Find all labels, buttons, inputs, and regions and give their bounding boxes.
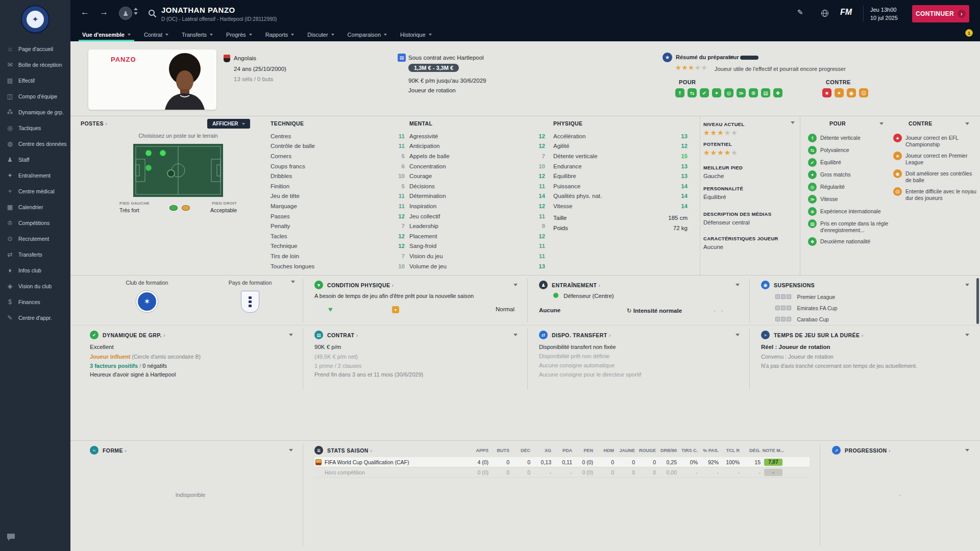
pro-icon[interactable]: ✦ [712, 88, 721, 97]
search-icon[interactable] [148, 9, 157, 20]
transfer-value[interactable]: 1,3M € - 3,3M € [408, 64, 459, 72]
stats-column-header[interactable]: PDA [551, 448, 572, 453]
player-cycle-arrows[interactable] [134, 8, 138, 15]
continue-button[interactable]: CONTINUER › [912, 5, 969, 22]
sidebar-item[interactable]: ◎ Tactiques [0, 120, 70, 136]
attribute-row[interactable]: Vitesse 14 [553, 201, 688, 211]
pro-icon[interactable]: ❖ [773, 88, 782, 97]
attribute-row[interactable]: Agressivité 12 [409, 131, 545, 141]
stats-column-header[interactable]: JAUNE [614, 448, 635, 453]
club-crest-icon[interactable]: ✦ [21, 5, 50, 34]
playing-time-title[interactable]: TEMPS DE JEU SUR LA DURÉE [774, 332, 864, 338]
pour-item[interactable]: ⇑ Détente verticale [808, 134, 891, 142]
attribute-row[interactable]: Qualités phys. nat. 14 [553, 191, 688, 202]
sidebar-item[interactable]: ✉ Boîte de réception [0, 57, 70, 72]
pour-item[interactable]: ▤ Pris en compte dans la règle d'enregis… [808, 219, 891, 234]
attribute-row[interactable]: Centres 11 [271, 131, 405, 141]
collapse-chevron-icon[interactable] [736, 284, 740, 286]
transfer-title[interactable]: DISPO. TRANSFERT [552, 332, 611, 338]
stats-column-header[interactable]: HDM [593, 448, 614, 453]
dynamics-factors-row[interactable]: 3 facteurs positifs / 0 négatifs [90, 363, 167, 369]
stats-column-header[interactable]: DÉG. [740, 448, 761, 453]
position-ring[interactable] [167, 170, 175, 177]
condition-title[interactable]: CONDITION PHYSIQUE [327, 282, 394, 288]
positions-title[interactable]: POSTES [81, 120, 107, 127]
globe-icon[interactable] [821, 9, 829, 20]
suspension-row[interactable]: Carabao Cup [775, 314, 837, 323]
nationality[interactable]: Angolais [234, 55, 256, 61]
attribute-row[interactable]: Accélération 13 [553, 131, 688, 141]
personality-value[interactable]: Équilibré [703, 194, 726, 200]
infinity-icon[interactable]: ∞ [729, 53, 734, 61]
england-badge-icon[interactable] [241, 291, 259, 313]
collapse-chevron-icon[interactable] [965, 284, 969, 286]
attribute-row[interactable]: Concentration 10 [409, 161, 545, 171]
collapse-chevron-icon[interactable] [965, 334, 969, 336]
attribute-row[interactable]: Endurance 13 [553, 161, 688, 171]
stats-row[interactable]: FIFA World Cup Qualification (CAF) 4 (0)… [314, 457, 810, 467]
con-icon[interactable]: ◉ [847, 88, 856, 97]
collapse-chevron-icon[interactable] [736, 334, 740, 336]
heart-icon[interactable]: ♥ [328, 305, 332, 313]
attribute-row[interactable]: Agilité 12 [553, 141, 688, 152]
training-intensity-row[interactable]: ↻ Intensité normale [627, 307, 682, 314]
contre-item[interactable]: ★ Joueur correct en Premier League [893, 152, 976, 166]
sidebar-item[interactable]: ♟ Staff [0, 152, 70, 167]
chat-bubble-icon[interactable] [6, 533, 16, 544]
collapse-chevron-icon[interactable] [965, 122, 969, 125]
contre-item[interactable]: ★ Joueur correct en EFL Championship [893, 134, 976, 148]
con-icon[interactable]: ✦ [835, 88, 844, 97]
attribute-row[interactable]: Vision du jeu 11 [409, 251, 545, 261]
attribute-row[interactable]: Volume de jeu 13 [409, 261, 545, 271]
form-title[interactable]: FORME [103, 447, 127, 454]
attribute-row[interactable]: Puissance 14 [553, 181, 688, 191]
stats-column-header[interactable]: DÉC [509, 448, 530, 453]
attribute-row[interactable]: Finition 5 [271, 181, 405, 191]
attribute-row[interactable]: Dribbles 10 [271, 171, 405, 181]
suspension-row[interactable]: Emirates FA Cup [775, 303, 837, 312]
attribute-row[interactable]: Détente verticale 15 [553, 151, 688, 161]
sidebar-item[interactable]: ⇄ Transferts [0, 246, 70, 262]
stats-column-header[interactable]: DRB/90 [656, 448, 677, 453]
sidebar-item[interactable]: ⁂ Dynamique de grp. [0, 104, 70, 120]
collapse-chevron-icon[interactable] [965, 449, 969, 452]
attribute-row[interactable]: Jeu de tête 11 [271, 191, 405, 202]
attribute-row[interactable]: Anticipation 12 [409, 141, 545, 152]
attribute-row[interactable]: Appels de balle 7 [409, 151, 545, 161]
forward-icon[interactable]: → [100, 7, 108, 17]
position-pitch[interactable] [133, 144, 223, 197]
con-icon[interactable]: ★ [822, 88, 831, 97]
pro-icon[interactable]: ⊕ [749, 88, 758, 97]
stats-column-header[interactable]: NOTE M... [761, 448, 786, 453]
attribute-row[interactable]: Détermination 14 [409, 191, 545, 202]
position-dot[interactable] [160, 150, 166, 156]
report-toggle[interactable] [740, 56, 758, 60]
pro-icon[interactable]: ⇑ [675, 88, 684, 97]
display-dropdown[interactable]: AFFICHER [207, 119, 250, 129]
stats-column-header[interactable]: BUTS [488, 448, 509, 453]
back-icon[interactable]: ← [81, 7, 89, 17]
stats-row[interactable]: Hors compétition 0 (0)00--0 (0)0000,00--… [314, 467, 810, 478]
attribute-row[interactable]: Équilibre 13 [553, 171, 688, 181]
sidebar-item[interactable]: $ Finances [0, 294, 70, 310]
attribute-row[interactable]: Leadership 9 [409, 221, 545, 231]
attribute-row[interactable]: Marquage 11 [271, 201, 405, 211]
attribute-row[interactable]: Tirs de loin 7 [271, 251, 405, 261]
attribute-row[interactable]: Technique 12 [271, 241, 405, 252]
notification-badge[interactable]: 1 [965, 29, 973, 37]
attribute-row[interactable]: Jeu collectif 11 [409, 211, 545, 221]
pour-item[interactable]: ⊕ Expérience internationale [808, 207, 891, 216]
stats-column-header[interactable]: PEN [572, 448, 593, 453]
nav-tab[interactable]: Comparaison [341, 28, 394, 41]
contre-item[interactable]: ◉ Doit améliorer ses contrôles de balle [893, 169, 976, 184]
pro-icon[interactable]: ◎ [724, 88, 733, 97]
attribute-row[interactable]: Décisions 11 [409, 181, 545, 191]
position-dot[interactable] [145, 150, 152, 156]
collapse-chevron-icon[interactable] [513, 284, 518, 286]
sidebar-item[interactable]: ⌂ Page d'accueil [0, 41, 70, 57]
contract-title[interactable]: CONTRAT [327, 332, 358, 338]
stats-column-header[interactable]: % PAS. [698, 448, 719, 453]
attribute-row[interactable]: Inspiration 12 [409, 201, 545, 211]
attribute-row[interactable]: Corners 5 [271, 151, 405, 161]
attribute-row[interactable]: Penalty 7 [271, 221, 405, 231]
